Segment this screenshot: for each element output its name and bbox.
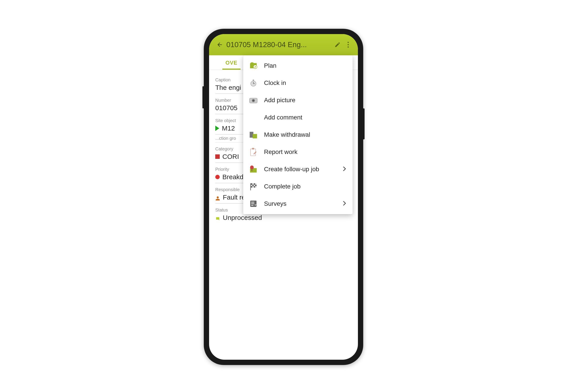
svg-rect-25 [255, 183, 256, 185]
category-icon [215, 154, 220, 159]
menu-label: Complete job [264, 183, 347, 190]
menu-label: Create follow-up job [264, 166, 337, 173]
svg-rect-14 [252, 148, 254, 149]
app-bar: 010705 M1280-04 Eng... [209, 34, 358, 55]
pencil-icon [334, 42, 341, 48]
menu-label: Clock in [264, 79, 347, 86]
play-icon [215, 126, 219, 131]
svg-rect-26 [251, 185, 252, 186]
clipboard-pencil-icon [249, 147, 258, 157]
menu-label: Add comment [264, 114, 347, 121]
field-value[interactable]: Unprocessed [215, 213, 352, 224]
svg-rect-33 [251, 205, 253, 206]
svg-rect-29 [255, 186, 256, 187]
svg-rect-20 [252, 185, 254, 186]
menu-label: Make withdrawal [264, 131, 347, 138]
checkered-flag-icon [249, 182, 258, 191]
priority-dot-icon [215, 175, 220, 179]
svg-point-0 [347, 42, 349, 43]
overflow-button[interactable] [343, 42, 354, 48]
svg-rect-16 [252, 169, 252, 171]
menu-item-add-picture[interactable]: Add picture [243, 92, 353, 109]
folder-check-icon [249, 61, 258, 70]
survey-list-icon [249, 199, 258, 209]
phone-frame: 010705 M1280-04 Eng... OVE Caption [204, 29, 363, 365]
svg-point-2 [347, 46, 349, 48]
svg-rect-19 [254, 183, 255, 185]
menu-item-make-withdrawal[interactable]: Make withdrawal [243, 126, 353, 143]
svg-rect-24 [252, 183, 254, 185]
menu-label: Plan [264, 62, 347, 69]
svg-rect-31 [251, 202, 254, 203]
svg-rect-21 [255, 185, 256, 186]
menu-item-create-followup[interactable]: Create follow-up job [243, 161, 353, 178]
stopwatch-icon [249, 78, 258, 88]
menu-item-complete-job[interactable]: Complete job [243, 178, 353, 195]
menu-item-add-comment[interactable]: Add comment [243, 109, 353, 126]
svg-rect-23 [254, 186, 255, 187]
menu-item-plan[interactable]: Plan [243, 57, 353, 74]
chevron-right-icon [343, 200, 347, 207]
back-arrow-icon [216, 41, 223, 48]
svg-rect-5 [253, 80, 254, 81]
withdrawal-icon [249, 130, 258, 140]
comment-icon [249, 112, 258, 122]
svg-rect-12 [253, 134, 257, 139]
app-screen: 010705 M1280-04 Eng... OVE Caption [209, 34, 358, 360]
menu-item-report-work[interactable]: Report work [243, 143, 353, 161]
category-text: CORI [222, 153, 239, 160]
svg-rect-18 [251, 183, 252, 185]
chevron-right-icon [343, 166, 347, 173]
page-title: 010705 M1280-04 Eng... [224, 41, 332, 49]
svg-rect-28 [252, 186, 254, 187]
camera-icon [249, 95, 258, 105]
menu-label: Add picture [264, 97, 347, 104]
svg-point-1 [347, 44, 349, 45]
pin-folder-icon [249, 164, 258, 174]
svg-rect-32 [251, 204, 254, 204]
menu-item-clock-in[interactable]: Clock in [243, 74, 353, 92]
svg-point-15 [250, 166, 254, 169]
person-icon [215, 195, 220, 200]
svg-point-10 [253, 100, 254, 101]
tab-overview[interactable]: OVE [222, 60, 240, 70]
svg-rect-27 [254, 185, 255, 186]
back-button[interactable] [215, 41, 224, 48]
svg-rect-13 [251, 149, 256, 156]
svg-rect-22 [251, 186, 252, 187]
dots-vertical-icon [347, 42, 349, 48]
edit-button[interactable] [332, 42, 343, 48]
svg-rect-17 [250, 183, 251, 190]
overflow-menu: Plan Clock in Add picture Add comment [243, 55, 353, 214]
status-text: Unprocessed [223, 214, 262, 222]
site-object-text: M12 [222, 125, 235, 132]
menu-label: Report work [264, 148, 347, 155]
note-icon [215, 215, 220, 220]
menu-label: Surveys [264, 200, 337, 207]
menu-item-surveys[interactable]: Surveys [243, 195, 353, 212]
